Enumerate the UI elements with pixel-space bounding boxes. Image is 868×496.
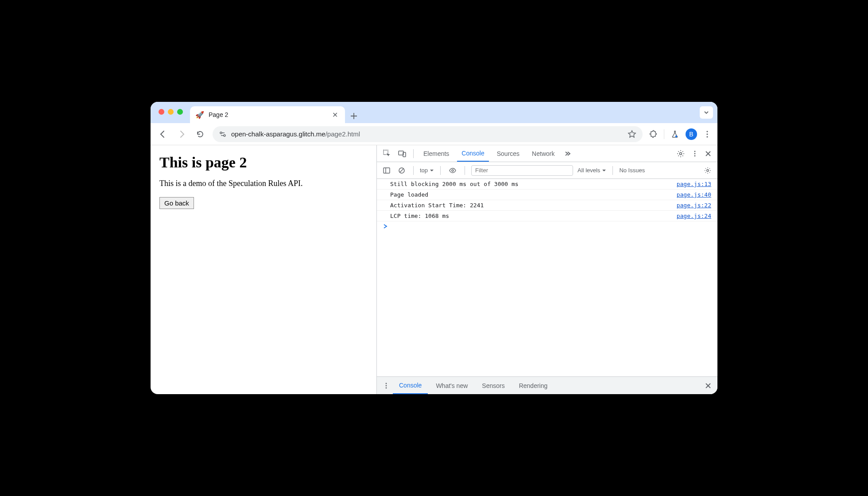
- tab-network[interactable]: Network: [527, 146, 559, 161]
- site-info-icon[interactable]: [219, 130, 227, 138]
- console-log: Still blocking 2000 ms out of 3000 ms pa…: [377, 179, 717, 376]
- console-toolbar: top All levels No Issues: [377, 162, 717, 179]
- live-expression-icon[interactable]: [447, 165, 458, 176]
- maximize-window-button[interactable]: [177, 109, 183, 115]
- devtools-tab-bar: Elements Console Sources Network: [377, 145, 717, 162]
- svg-point-19: [386, 387, 387, 388]
- minimize-window-button[interactable]: [168, 109, 174, 115]
- log-message: Page loaded: [390, 191, 428, 198]
- separator: [413, 149, 414, 158]
- tab-search-button[interactable]: [700, 106, 713, 119]
- devtools-panel: Elements Console Sources Network: [376, 145, 717, 394]
- separator: [612, 166, 613, 175]
- log-message: Activation Start Time: 2241: [390, 202, 484, 209]
- separator: [465, 166, 465, 175]
- filter-input[interactable]: [471, 165, 573, 176]
- page-description: This is a demo of the Speculation Rules …: [159, 179, 368, 188]
- log-source-link[interactable]: page.js:24: [677, 213, 711, 219]
- close-tab-icon[interactable]: ✕: [330, 110, 340, 120]
- reload-button[interactable]: [194, 128, 206, 140]
- device-toggle-icon[interactable]: [396, 148, 408, 159]
- close-drawer-icon[interactable]: [703, 381, 713, 391]
- svg-point-10: [694, 151, 696, 152]
- menu-icon[interactable]: [703, 130, 711, 138]
- drawer-tab-rendering[interactable]: Rendering: [513, 378, 554, 394]
- drawer-tab-whatsnew[interactable]: What's new: [430, 378, 474, 394]
- settings-gear-icon[interactable]: [675, 148, 686, 159]
- tab-sources[interactable]: Sources: [492, 146, 524, 161]
- console-prompt[interactable]: [377, 221, 717, 231]
- drawer-tab-console[interactable]: Console: [393, 377, 428, 394]
- new-tab-button[interactable]: [350, 112, 357, 120]
- toolbar-separator: [664, 129, 664, 139]
- back-button[interactable]: [157, 128, 169, 140]
- labs-icon[interactable]: [670, 130, 679, 139]
- browser-window: 🚀 Page 2 ✕ open-chalk-asparagus.glitch.m…: [151, 102, 717, 394]
- content-area: This is page 2 This is a demo of the Spe…: [151, 145, 717, 394]
- svg-rect-13: [384, 168, 390, 173]
- forward-button[interactable]: [175, 128, 188, 140]
- log-levels-dropdown[interactable]: All levels: [577, 167, 606, 174]
- svg-point-12: [694, 155, 696, 156]
- tab-console[interactable]: Console: [457, 146, 488, 162]
- svg-point-3: [706, 131, 708, 132]
- window-controls: [159, 109, 183, 115]
- log-source-link[interactable]: page.js:22: [677, 202, 711, 209]
- url-text: open-chalk-asparagus.glitch.me/page2.htm…: [231, 130, 623, 138]
- svg-point-9: [680, 152, 682, 155]
- log-message: Still blocking 2000 ms out of 3000 ms: [390, 181, 519, 187]
- close-devtools-icon[interactable]: [703, 149, 713, 159]
- log-source-link[interactable]: page.js:13: [677, 181, 711, 187]
- browser-tab[interactable]: 🚀 Page 2 ✕: [190, 106, 345, 123]
- bookmark-star-icon[interactable]: [628, 130, 636, 139]
- tab-title: Page 2: [209, 111, 326, 118]
- separator: [413, 166, 414, 175]
- console-row: LCP time: 1068 ms page.js:24: [377, 211, 717, 221]
- console-row: Page loaded page.js:40: [377, 190, 717, 200]
- extensions-icon[interactable]: [649, 130, 658, 139]
- tab-elements[interactable]: Elements: [419, 146, 453, 161]
- more-tabs-icon[interactable]: [562, 148, 573, 159]
- clear-console-icon[interactable]: [396, 165, 407, 176]
- inspect-element-icon[interactable]: [381, 148, 393, 159]
- context-dropdown[interactable]: top: [420, 167, 434, 174]
- svg-point-2: [675, 135, 677, 137]
- console-row: Activation Start Time: 2241 page.js:22: [377, 200, 717, 211]
- svg-point-16: [707, 169, 709, 171]
- svg-point-0: [220, 132, 222, 134]
- drawer-menu-icon[interactable]: [381, 381, 391, 391]
- tab-strip: 🚀 Page 2 ✕: [151, 102, 717, 123]
- address-bar[interactable]: open-chalk-asparagus.glitch.me/page2.htm…: [213, 126, 643, 142]
- svg-point-17: [386, 383, 387, 384]
- svg-point-4: [706, 133, 708, 135]
- go-back-button[interactable]: Go back: [159, 197, 194, 209]
- console-row: Still blocking 2000 ms out of 3000 ms pa…: [377, 179, 717, 190]
- svg-point-15: [452, 170, 453, 171]
- profile-avatar[interactable]: B: [686, 128, 697, 140]
- svg-point-18: [386, 385, 387, 386]
- log-source-link[interactable]: page.js:40: [677, 191, 711, 198]
- close-window-button[interactable]: [159, 109, 164, 115]
- drawer-tab-sensors[interactable]: Sensors: [476, 378, 511, 394]
- console-settings-gear-icon[interactable]: [702, 165, 713, 176]
- toolbar: open-chalk-asparagus.glitch.me/page2.htm…: [151, 123, 717, 145]
- devtools-menu-icon[interactable]: [690, 149, 700, 159]
- page-content: This is page 2 This is a demo of the Spe…: [151, 145, 376, 394]
- separator: [440, 166, 441, 175]
- devtools-drawer: Console What's new Sensors Rendering: [377, 376, 717, 394]
- svg-point-1: [224, 135, 225, 136]
- log-message: LCP time: 1068 ms: [390, 213, 449, 219]
- toggle-sidebar-icon[interactable]: [381, 165, 392, 176]
- svg-point-5: [706, 136, 708, 137]
- issues-label[interactable]: No Issues: [619, 167, 645, 174]
- svg-point-11: [694, 153, 696, 154]
- page-heading: This is page 2: [159, 154, 368, 171]
- tab-favicon-icon: 🚀: [195, 111, 204, 119]
